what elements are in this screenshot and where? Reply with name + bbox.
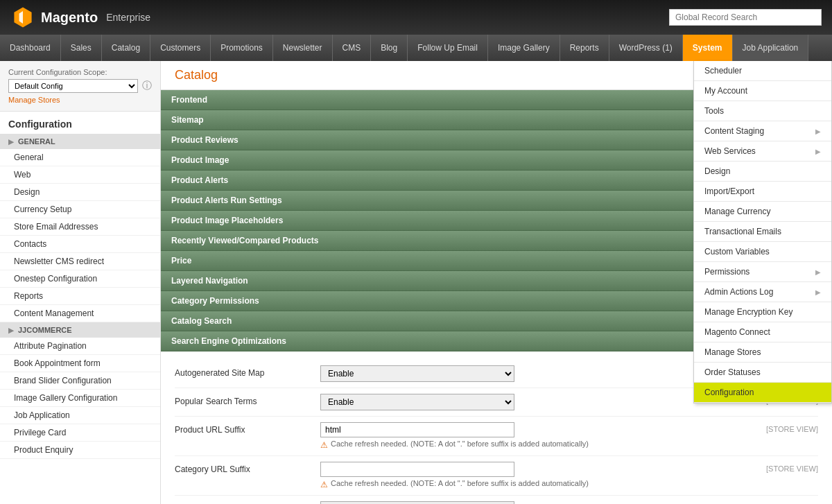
page-title: Catalog (175, 68, 218, 82)
logo-area: Magento Enterprise (10, 5, 150, 30)
dropdown-order-statuses[interactable]: Order Statuses (694, 363, 831, 383)
sidebar-item-job-application[interactable]: Job Application (0, 407, 160, 424)
sidebar-item-newsletter-cms-redirect[interactable]: Newsletter CMS redirect (0, 253, 160, 270)
nav-dashboard[interactable]: Dashboard (0, 35, 61, 61)
sidebar-section-jjcommerce[interactable]: ▶ JJCOMMERCE (0, 322, 160, 338)
dropdown-content-staging[interactable]: Content Staging ▶ (694, 121, 831, 141)
input-wrap-category-url-suffix: ⚠ Cache refresh needed. (NOTE: A dot "."… (320, 462, 759, 489)
nav-system[interactable]: System (683, 35, 733, 61)
label-use-categories-path: Use Categories Path for Product URLs (175, 501, 313, 504)
dropdown-manage-encryption-key[interactable]: Manage Encryption Key (694, 302, 831, 322)
warn-icon-category-url: ⚠ (320, 480, 328, 489)
input-category-url-suffix[interactable] (320, 462, 514, 477)
input-wrap-product-url-suffix: ⚠ Cache refresh needed. (NOTE: A dot "."… (320, 422, 759, 450)
select-popular-search-terms[interactable]: Enable Disable (320, 394, 514, 410)
header: Magento Enterprise (0, 0, 832, 35)
dropdown-transactional-emails[interactable]: Transactional Emails (694, 222, 831, 242)
note-category-url-suffix: ⚠ Cache refresh needed. (NOTE: A dot "."… (320, 479, 759, 489)
sidebar-item-store-email-addresses[interactable]: Store Email Addresses (0, 218, 160, 236)
input-wrap-use-categories-path: No Yes (320, 501, 759, 504)
dropdown-tools[interactable]: Tools (694, 101, 831, 121)
navbar: Dashboard Sales Catalog Customers Promot… (0, 35, 832, 61)
label-product-url-suffix: Product URL Suffix (175, 422, 313, 435)
permissions-arrow: ▶ (815, 268, 821, 276)
select-use-categories-path[interactable]: No Yes (320, 501, 514, 504)
sidebar-item-contacts[interactable]: Contacts (0, 236, 160, 253)
dropdown-magento-connect[interactable]: Magento Connect (694, 322, 831, 342)
config-row-use-categories-path: Use Categories Path for Product URLs No … (175, 496, 818, 504)
label-popular-search-terms: Popular Search Terms (175, 394, 313, 406)
nav-newsletter[interactable]: Newsletter (273, 35, 333, 61)
scope-select-wrap: Default Config ⓘ (8, 79, 152, 93)
manage-stores-link[interactable]: Manage Stores (8, 96, 152, 104)
nav-promotions[interactable]: Promotions (211, 35, 273, 61)
dropdown-custom-variables[interactable]: Custom Variables (694, 242, 831, 262)
dropdown-manage-stores[interactable]: Manage Stores (694, 342, 831, 363)
nav-reports[interactable]: Reports (560, 35, 609, 61)
dropdown-design[interactable]: Design (694, 162, 831, 182)
sidebar-section-general[interactable]: ▶ GENERAL (0, 134, 160, 149)
web-services-arrow: ▶ (815, 148, 821, 155)
sidebar-item-currency-setup[interactable]: Currency Setup (0, 201, 160, 218)
nav-cms[interactable]: CMS (333, 35, 372, 61)
nav-sales[interactable]: Sales (61, 35, 102, 61)
jjcommerce-section-arrow: ▶ (8, 327, 14, 334)
sidebar: Current Configuration Scope: Default Con… (0, 61, 161, 504)
note-product-url-suffix: ⚠ Cache refresh needed. (NOTE: A dot "."… (320, 440, 759, 450)
dropdown-permissions[interactable]: Permissions ▶ (694, 262, 831, 282)
scope-select[interactable]: Default Config (8, 79, 138, 93)
logo-enterprise: Enterprise (106, 12, 150, 23)
dropdown-web-services[interactable]: Web Services ▶ (694, 141, 831, 162)
label-autogenerated-site-map: Autogenerated Site Map (175, 365, 313, 378)
nav-job-application[interactable]: Job Application (733, 35, 809, 61)
sidebar-item-attribute-pagination[interactable]: Attribute Pagination (0, 338, 160, 355)
sidebar-item-onestep-configuration[interactable]: Onestep Configuration (0, 270, 160, 288)
input-product-url-suffix[interactable] (320, 422, 514, 437)
nav-customers[interactable]: Customers (150, 35, 211, 61)
scope-info-icon[interactable]: ⓘ (142, 80, 152, 92)
dropdown-manage-currency[interactable]: Manage Currency (694, 202, 831, 222)
sidebar-title: Configuration (0, 112, 160, 134)
jjcommerce-section-label: JJCOMMERCE (18, 326, 72, 334)
nav-image-gallery[interactable]: Image Gallery (488, 35, 560, 61)
magento-logo-icon (10, 5, 35, 30)
admin-actions-log-arrow: ▶ (815, 288, 821, 296)
dropdown-admin-actions-log[interactable]: Admin Actions Log ▶ (694, 282, 831, 302)
nav-catalog[interactable]: Catalog (102, 35, 150, 61)
sidebar-item-general[interactable]: General (0, 149, 160, 166)
sidebar-item-design[interactable]: Design (0, 184, 160, 201)
sidebar-item-image-gallery-configuration[interactable]: Image Gallery Configuration (0, 390, 160, 407)
dropdown-my-account[interactable]: My Account (694, 81, 831, 101)
content-staging-arrow: ▶ (815, 128, 821, 135)
nav-wordpress[interactable]: WordPress (1) (609, 35, 683, 61)
sidebar-item-product-enquiry[interactable]: Product Enquiry (0, 442, 160, 459)
logo-brand: Magento (41, 10, 98, 26)
dropdown-configuration[interactable]: Configuration (694, 383, 831, 403)
select-autogenerated-site-map[interactable]: Enable Disable (320, 365, 514, 382)
badge-category-url-suffix: [STORE VIEW] (766, 462, 818, 473)
sidebar-item-web[interactable]: Web (0, 166, 160, 184)
config-row-product-url-suffix: Product URL Suffix ⚠ Cache refresh neede… (175, 417, 818, 456)
global-search-input[interactable] (669, 9, 822, 26)
nav-follow-up-email[interactable]: Follow Up Email (408, 35, 488, 61)
warn-icon-product-url: ⚠ (320, 440, 328, 450)
system-dropdown: Scheduler My Account Tools Content Stagi… (693, 61, 832, 403)
label-category-url-suffix: Category URL Suffix (175, 462, 313, 474)
nav-blog[interactable]: Blog (371, 35, 408, 61)
badge-use-categories-path: [STORE VIEW] (766, 501, 818, 504)
sidebar-item-content-management[interactable]: Content Management (0, 305, 160, 322)
sidebar-scope: Current Configuration Scope: Default Con… (0, 61, 160, 112)
badge-product-url-suffix: [STORE VIEW] (766, 422, 818, 433)
sidebar-item-book-appointment-form[interactable]: Book Appointment form (0, 355, 160, 372)
general-section-arrow: ▶ (8, 138, 14, 146)
sidebar-item-brand-slider-configuration[interactable]: Brand Slider Configuration (0, 372, 160, 390)
scope-label: Current Configuration Scope: (8, 68, 152, 76)
dropdown-import-export[interactable]: Import/Export (694, 182, 831, 202)
dropdown-scheduler[interactable]: Scheduler (694, 61, 831, 81)
sidebar-item-privilege-card[interactable]: Privilege Card (0, 424, 160, 442)
config-row-category-url-suffix: Category URL Suffix ⚠ Cache refresh need… (175, 456, 818, 496)
sidebar-item-reports[interactable]: Reports (0, 288, 160, 305)
general-section-label: GENERAL (18, 137, 55, 146)
